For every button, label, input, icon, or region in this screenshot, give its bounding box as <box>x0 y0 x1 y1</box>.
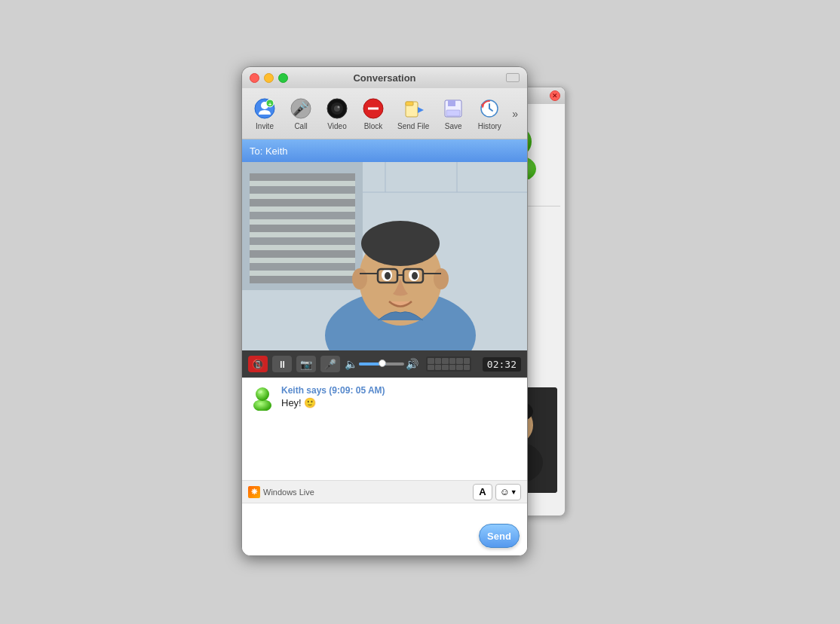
toolbar-video[interactable]: Video <box>320 93 354 133</box>
invite-icon: + <box>253 96 277 121</box>
svg-point-19 <box>338 106 340 109</box>
svg-rect-49 <box>250 232 355 237</box>
svg-rect-48 <box>250 219 355 225</box>
volume-max-icon: 🔊 <box>406 358 418 370</box>
invite-label: Invite <box>256 122 274 130</box>
svg-rect-47 <box>250 206 355 212</box>
video-label: Video <box>327 122 346 130</box>
video-icon <box>325 96 349 121</box>
font-button[interactable]: A <box>473 484 492 500</box>
svg-rect-39 <box>250 212 355 219</box>
volume-icon: 🔈 <box>345 358 357 370</box>
video-area <box>242 162 527 350</box>
windows-live-logo: ❋ Windows Live <box>248 486 314 498</box>
titlebar: Conversation <box>242 67 527 88</box>
video-controls: 📵 ⏸ 📷 🎤 🔈 🔊 02:32 <box>242 350 527 378</box>
input-area: Send <box>242 503 527 555</box>
video-feed <box>242 162 527 350</box>
toolbar-call[interactable]: 🎤 Call <box>284 93 317 133</box>
toolbar: + Invite 🎤 Call <box>242 88 527 139</box>
send-button[interactable]: Send <box>479 524 520 548</box>
to-label: To: Keith <box>250 145 288 157</box>
call-label: Call <box>294 122 307 130</box>
svg-rect-37 <box>250 186 355 194</box>
zoom-button[interactable] <box>506 73 520 82</box>
svg-rect-44 <box>250 276 355 283</box>
call-timer: 02:32 <box>483 357 521 372</box>
svg-rect-50 <box>250 245 355 250</box>
side-panel-close-button[interactable]: ✕ <box>550 90 560 101</box>
svg-rect-45 <box>250 181 355 186</box>
wlm-icon: ❋ <box>248 486 260 498</box>
svg-point-62 <box>412 272 418 280</box>
call-icon: 🎤 <box>289 96 313 121</box>
svg-text:+: + <box>268 101 272 108</box>
close-button[interactable] <box>250 73 259 83</box>
svg-rect-52 <box>250 271 355 276</box>
volume-control: 🔈 🔊 <box>345 358 418 370</box>
send-file-label: Send File <box>397 122 429 130</box>
svg-point-57 <box>352 268 367 289</box>
mute-button[interactable]: 🎤 <box>320 356 340 372</box>
chat-avatar <box>250 385 275 411</box>
svg-point-61 <box>385 272 391 280</box>
window-title: Conversation <box>353 72 415 84</box>
svg-point-68 <box>253 399 271 411</box>
svg-rect-42 <box>250 250 355 258</box>
svg-rect-46 <box>250 194 355 199</box>
svg-rect-27 <box>446 110 460 116</box>
history-label: History <box>478 122 501 130</box>
send-file-icon <box>401 96 425 121</box>
svg-rect-41 <box>250 237 355 245</box>
save-icon <box>441 96 465 121</box>
svg-point-58 <box>434 268 449 289</box>
toolbar-block[interactable]: Block <box>357 93 390 133</box>
svg-rect-23 <box>406 102 413 106</box>
svg-rect-51 <box>250 258 355 263</box>
chat-area: Keith says (9:09: 05 AM) Hey! 🙂 <box>242 378 527 480</box>
to-bar: To: Keith <box>242 139 527 162</box>
minimize-button[interactable] <box>264 73 274 83</box>
format-bar: ❋ Windows Live A ☺ ▼ <box>242 480 527 503</box>
svg-text:🎤: 🎤 <box>293 100 310 117</box>
save-label: Save <box>445 122 462 130</box>
block-label: Block <box>364 122 382 130</box>
svg-rect-38 <box>250 199 355 206</box>
end-call-button[interactable]: 📵 <box>248 356 268 372</box>
toolbar-send-file[interactable]: Send File <box>393 93 434 133</box>
chat-header: Keith says (9:09: 05 AM) <box>281 385 520 396</box>
main-window: Conversation + Invite 🎤 <box>241 66 528 556</box>
svg-rect-36 <box>250 173 355 181</box>
toolbar-save[interactable]: Save <box>437 93 470 133</box>
maximize-button[interactable] <box>278 73 288 83</box>
chat-message: Keith says (9:09: 05 AM) Hey! 🙂 <box>250 385 520 411</box>
toolbar-more-button[interactable]: » <box>509 108 521 120</box>
chat-text: Hey! 🙂 <box>281 397 520 408</box>
toolbar-invite[interactable]: + Invite <box>248 93 281 133</box>
svg-point-56 <box>361 221 440 266</box>
emoji-icon: ☺ <box>499 486 509 497</box>
emoji-dropdown-arrow: ▼ <box>510 488 517 496</box>
svg-point-69 <box>256 387 269 401</box>
camera-button[interactable]: 📷 <box>296 356 316 372</box>
block-icon <box>361 96 385 121</box>
history-icon <box>477 96 501 121</box>
toolbar-history[interactable]: History <box>473 93 506 133</box>
chat-bubble: Keith says (9:09: 05 AM) Hey! 🙂 <box>281 385 520 408</box>
emoji-button[interactable]: ☺ ▼ <box>495 484 521 500</box>
brand-label: Windows Live <box>263 488 314 497</box>
svg-rect-40 <box>250 225 355 232</box>
pause-button[interactable]: ⏸ <box>272 356 292 372</box>
svg-rect-26 <box>448 100 455 106</box>
volume-slider[interactable] <box>359 362 404 366</box>
traffic-lights <box>250 73 288 83</box>
svg-marker-24 <box>418 107 424 113</box>
svg-rect-43 <box>250 263 355 271</box>
keypad[interactable] <box>426 356 471 372</box>
